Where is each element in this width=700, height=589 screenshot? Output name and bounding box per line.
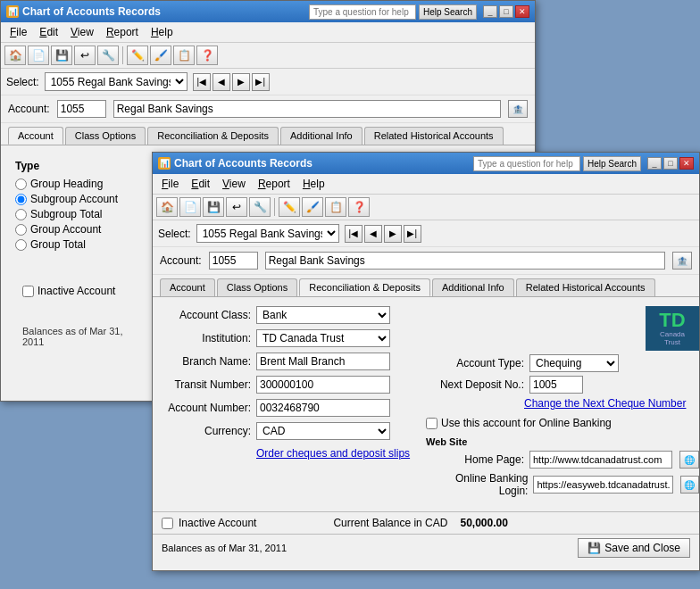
tab-historical-front[interactable]: Related Historical Accounts	[516, 278, 655, 296]
branch-input[interactable]	[256, 353, 390, 370]
account-num-back[interactable]	[57, 100, 106, 118]
account-icon-btn-front[interactable]: 🏦	[672, 252, 692, 270]
radio-subaccount-back[interactable]: Subgroup Account	[15, 193, 152, 205]
tb-undo-front[interactable]: ↩	[226, 197, 247, 217]
tb-save-back[interactable]: 💾	[51, 46, 72, 65]
tab-account-front[interactable]: Account	[160, 278, 215, 296]
nav-next-back[interactable]: ▶	[232, 73, 250, 91]
tb-pencil-back[interactable]: ✏️	[127, 46, 148, 65]
inactive-check-back[interactable]: Inactive Account	[15, 278, 152, 304]
radio-heading-input-back[interactable]	[15, 178, 27, 190]
change-cheque-link[interactable]: Change the Next Cheque Number	[524, 397, 686, 410]
online-login-globe-btn[interactable]: 🌐	[680, 476, 699, 494]
nav-last-front[interactable]: ▶|	[404, 225, 421, 243]
tb-home-front[interactable]: 🏠	[156, 197, 178, 217]
menu-report-back[interactable]: Report	[101, 24, 144, 40]
tab-additional-back[interactable]: Additional Info	[280, 127, 362, 145]
acctnum-group: Account Number:	[162, 399, 412, 417]
tb-new-back[interactable]: 📄	[28, 46, 49, 65]
tab-account-back[interactable]: Account	[8, 127, 63, 145]
next-deposit-input[interactable]	[529, 376, 583, 394]
select-dropdown-back[interactable]: 1055 Regal Bank Savings	[45, 72, 188, 91]
radio-group-back[interactable]: Group Account	[15, 223, 152, 236]
radio-grouptotal-back[interactable]: Group Total	[15, 238, 152, 251]
tb-help-back[interactable]: ❓	[196, 46, 218, 65]
tb-table-front[interactable]: 📋	[325, 197, 346, 217]
inactive-check-front[interactable]	[162, 518, 173, 529]
select-dropdown-front[interactable]: 1055 Regal Bank Savings	[196, 224, 339, 243]
home-page-globe-btn[interactable]: 🌐	[679, 451, 699, 469]
tb-redo-front[interactable]: 🔧	[249, 197, 271, 217]
institution-select[interactable]: TD Canada Trust	[256, 329, 390, 347]
nav-btns-back: |◀ ◀ ▶ ▶|	[193, 73, 270, 91]
acct-type-label: Account Type:	[426, 357, 524, 369]
help-input-front[interactable]	[473, 156, 580, 171]
radio-subtotal-back[interactable]: Subgroup Total	[15, 208, 152, 220]
nav-first-front[interactable]: |◀	[345, 225, 362, 243]
close-btn-front[interactable]: ✕	[679, 157, 694, 170]
radio-subaccount-input-back[interactable]	[15, 194, 27, 205]
tb-save-front[interactable]: 💾	[203, 197, 224, 217]
tb-undo-back[interactable]: ↩	[74, 46, 96, 65]
minimize-btn-back[interactable]: _	[483, 5, 497, 18]
menu-report-front[interactable]: Report	[253, 176, 296, 192]
menu-file-front[interactable]: File	[156, 176, 184, 192]
tb-paint-front[interactable]: 🖌️	[302, 197, 323, 217]
nav-first-back[interactable]: |◀	[193, 73, 211, 91]
minimize-btn-front[interactable]: _	[647, 157, 662, 170]
menu-edit-front[interactable]: Edit	[186, 176, 215, 192]
tb-redo-back[interactable]: 🔧	[97, 46, 119, 65]
tb-home-back[interactable]: 🏠	[4, 46, 26, 65]
help-input-back[interactable]	[309, 4, 416, 20]
nav-prev-front[interactable]: ◀	[364, 225, 382, 243]
menu-view-front[interactable]: View	[217, 176, 251, 192]
save-close-btn-front[interactable]: 💾 Save and Close	[578, 538, 690, 558]
account-name-back[interactable]	[113, 100, 501, 118]
currency-select[interactable]: CAD	[256, 422, 390, 440]
tab-additional-front[interactable]: Additional Info	[432, 278, 514, 296]
transit-label: Transit Number:	[162, 378, 251, 391]
menu-help-back[interactable]: Help	[146, 24, 179, 40]
acctnum-input[interactable]	[256, 399, 390, 417]
nav-last-back[interactable]: ▶|	[252, 73, 270, 91]
menu-help-front[interactable]: Help	[297, 176, 330, 192]
menu-file-back[interactable]: File	[4, 24, 32, 40]
account-num-front[interactable]	[209, 252, 258, 270]
tb-help-front[interactable]: ❓	[348, 197, 370, 217]
tab-class-back[interactable]: Class Options	[65, 127, 146, 145]
tab-reconciliation-back[interactable]: Reconciliation & Deposits	[147, 127, 279, 145]
help-btn-back[interactable]: Help Search	[419, 4, 477, 20]
tb-pencil-front[interactable]: ✏️	[279, 197, 300, 217]
nav-prev-back[interactable]: ◀	[212, 73, 230, 91]
account-icon-btn-back[interactable]: 🏦	[508, 100, 528, 118]
maximize-btn-back[interactable]: □	[499, 5, 513, 18]
radio-heading-back[interactable]: Group Heading	[15, 178, 152, 190]
inactive-checkbox-back[interactable]	[22, 286, 34, 297]
help-btn-front[interactable]: Help Search	[583, 156, 641, 171]
tab-class-front[interactable]: Class Options	[217, 278, 297, 296]
online-banking-checkbox[interactable]	[426, 418, 438, 429]
order-cheques-link[interactable]: Order cheques and deposit slips	[256, 447, 410, 460]
title-controls-back[interactable]: Help Search _ □ ✕	[309, 4, 529, 20]
tab-reconciliation-front[interactable]: Reconciliation & Deposits	[299, 278, 430, 296]
maximize-btn-front[interactable]: □	[663, 157, 678, 170]
home-page-input[interactable]	[529, 451, 672, 469]
online-login-input[interactable]	[533, 476, 672, 494]
tb-new-front[interactable]: 📄	[179, 197, 201, 217]
radio-grouptotal-input-back[interactable]	[15, 239, 27, 251]
tab-historical-back[interactable]: Related Historical Accounts	[364, 127, 504, 145]
nav-next-front[interactable]: ▶	[384, 225, 402, 243]
close-btn-back[interactable]: ✕	[515, 5, 529, 18]
acct-type-select[interactable]: Chequing	[529, 354, 619, 372]
tb-table-back[interactable]: 📋	[173, 46, 195, 65]
account-class-select[interactable]: Bank	[256, 306, 390, 324]
radio-group-input-back[interactable]	[15, 224, 27, 236]
select-label-front: Select:	[158, 228, 191, 240]
transit-input[interactable]	[256, 376, 390, 394]
menu-view-back[interactable]: View	[65, 24, 99, 40]
tb-paint-back[interactable]: 🖌️	[150, 46, 171, 65]
menu-edit-back[interactable]: Edit	[34, 24, 63, 40]
title-controls-front[interactable]: Help Search _ □ ✕	[473, 156, 694, 171]
radio-subtotal-input-back[interactable]	[15, 209, 27, 220]
account-name-front[interactable]	[265, 252, 665, 270]
